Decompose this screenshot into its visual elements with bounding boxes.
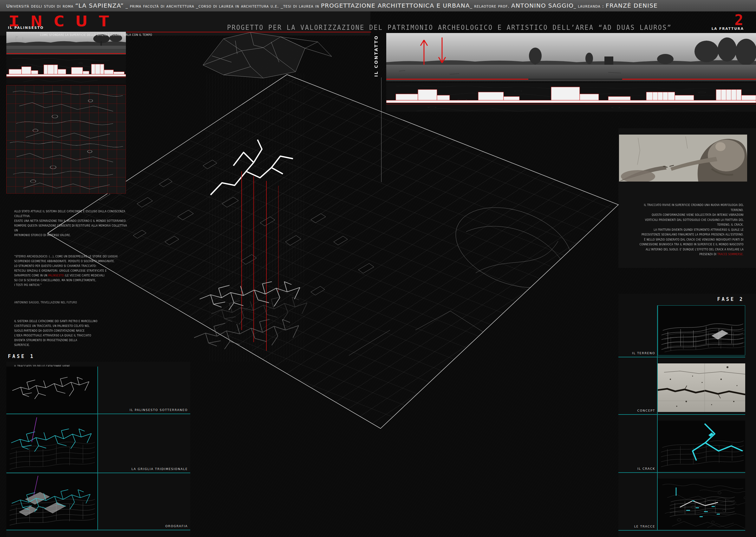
thumb-griglia-tridimensionale xyxy=(6,415,97,472)
label-il-contatto-vertical: IL CONTATTO xyxy=(374,35,382,77)
red-rule xyxy=(126,32,371,32)
right-panorama-photo xyxy=(386,33,756,81)
thumb-il-terreno xyxy=(658,305,745,355)
label-concept: CONCEPT xyxy=(604,409,655,412)
right-text-block: IL TRACCIATO RIVIVE IN SUPERFICIE CREAND… xyxy=(620,202,744,257)
catacomb-grid-map xyxy=(6,85,126,193)
fase2-rule-1 xyxy=(618,357,745,357)
fase1-rule-3 xyxy=(6,530,190,530)
label-il-crack: IL CRACK xyxy=(604,467,655,470)
label-il-terreno: IL TERRENO xyxy=(604,351,655,355)
tagline: COME SFONDARE LA SUPERFICIE DELLO SPAZIO… xyxy=(40,33,140,36)
fase1-rule-1 xyxy=(6,414,190,414)
label-fase-1: FASE 1 xyxy=(8,353,35,359)
label-orografia: OROGRAFIA xyxy=(101,524,188,528)
university-header: Università degli studi di roma “LA SAPIE… xyxy=(0,0,756,12)
label-griglia-tridimensionale: LA GRIGLIA TRIDIMESIONALE xyxy=(101,467,188,471)
thumb-le-tracce xyxy=(658,478,745,529)
fase1-rule-2 xyxy=(6,473,190,473)
label-la-frattura: LA FRATTURA xyxy=(682,27,744,30)
quote-paragraph: “STERRO ARCHEOLOGICO: (...), COME UN DIS… xyxy=(14,254,128,287)
fase1-vertical-rule xyxy=(97,367,98,530)
fase2-rule-3 xyxy=(618,472,745,473)
creation-of-adam-fresco xyxy=(619,135,747,182)
fase2-vertical-rule xyxy=(657,305,658,530)
fase2-rule-2 xyxy=(618,414,745,415)
fase2-rule-4 xyxy=(618,530,745,531)
left-section-skyline xyxy=(6,55,126,84)
thumb-il-crack xyxy=(658,421,745,471)
page-number: 2 xyxy=(735,13,743,27)
label-il-palinsesto: IL PALINSESTO xyxy=(8,26,44,29)
intro-paragraph: ALLO STATO ATTUALE IL SISTEMA DELLE CATA… xyxy=(14,209,128,237)
surface-mesh-top xyxy=(203,32,332,78)
label-palinsesto-sotterraneo: IL PALINSESTO SOTTERRANEO xyxy=(101,408,188,412)
label-le-tracce: LE TRACCE xyxy=(604,525,655,528)
paragraph-tracciato: IL SISTEMA DELLE CATACOMBE DEI SANTI PIE… xyxy=(14,319,128,347)
thumb-orografia xyxy=(6,474,97,530)
label-fase-2: FASE 2 xyxy=(682,296,744,302)
project-title: PROGETTO PER LA VALORIZZAZIONE DEL PATRI… xyxy=(227,23,672,31)
thumb-concept-crack-photo xyxy=(658,363,745,412)
contatto-guide-line xyxy=(381,77,382,182)
thumb-palinsesto-sotterraneo xyxy=(6,367,97,414)
poster-board: Università degli studi di roma “LA SAPIE… xyxy=(0,0,756,537)
right-section-skyline xyxy=(386,83,756,112)
quote-attribution: ANTONINO SAGGIO, TRIVELLAZIONI NEL FUTUR… xyxy=(14,300,128,305)
